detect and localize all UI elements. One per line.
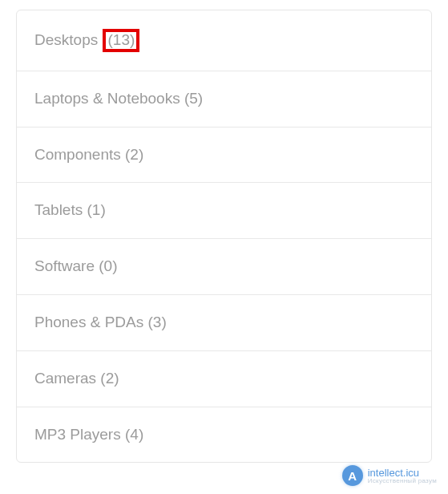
category-count: (2) bbox=[125, 146, 143, 163]
category-count-highlight: (13) bbox=[103, 29, 139, 52]
category-count: (4) bbox=[125, 426, 143, 443]
watermark-logo-icon: A bbox=[342, 465, 363, 486]
category-label: Cameras bbox=[34, 370, 96, 387]
category-label: Phones & PDAs bbox=[34, 314, 143, 330]
category-item-software[interactable]: Software (0) bbox=[17, 239, 431, 295]
category-label: Software bbox=[34, 257, 95, 274]
watermark-text: intellect.icu Искусственный разум bbox=[368, 468, 437, 484]
watermark-subtitle: Искусственный разум bbox=[368, 478, 437, 484]
category-label: Tablets bbox=[34, 201, 83, 218]
watermark: A intellect.icu Искусственный разум bbox=[342, 465, 437, 486]
category-item-mp3[interactable]: MP3 Players (4) bbox=[17, 407, 431, 463]
category-count: (3) bbox=[148, 314, 167, 330]
category-count: (0) bbox=[99, 257, 117, 274]
category-count: (5) bbox=[184, 90, 203, 107]
watermark-title: intellect.icu bbox=[368, 468, 437, 478]
category-list: Desktops (13) Laptops & Notebooks (5) Co… bbox=[16, 10, 432, 463]
category-item-cameras[interactable]: Cameras (2) bbox=[17, 351, 431, 407]
category-item-components[interactable]: Components (2) bbox=[17, 128, 431, 184]
category-count: (1) bbox=[87, 201, 105, 218]
category-label: MP3 Players bbox=[34, 426, 121, 443]
category-item-laptops[interactable]: Laptops & Notebooks (5) bbox=[17, 71, 431, 128]
category-count: (2) bbox=[100, 370, 119, 387]
category-label: Laptops & Notebooks bbox=[34, 90, 180, 107]
category-item-desktops[interactable]: Desktops (13) bbox=[17, 10, 431, 71]
category-item-phones[interactable]: Phones & PDAs (3) bbox=[17, 295, 431, 351]
category-label: Components bbox=[34, 146, 121, 163]
category-label: Desktops bbox=[34, 31, 98, 48]
category-item-tablets[interactable]: Tablets (1) bbox=[17, 183, 431, 239]
watermark-icon-letter: A bbox=[348, 469, 357, 483]
